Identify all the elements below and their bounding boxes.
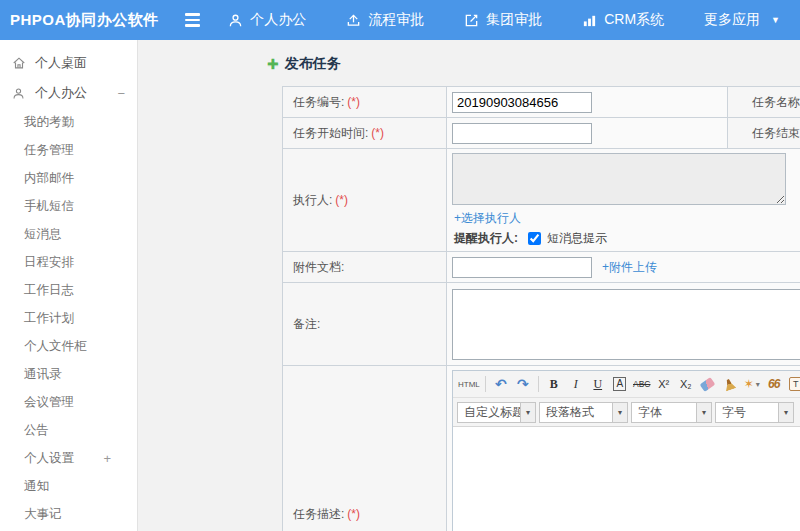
sidebar-item-my-attendance[interactable]: 我的考勤: [0, 108, 137, 136]
nav-group-approval[interactable]: 集团审批: [444, 0, 562, 40]
sidebar-item-work-log[interactable]: 工作日志: [0, 276, 137, 304]
sidebar-item-short-message[interactable]: 短消息: [0, 220, 137, 248]
executor-label: 执行人:(*): [283, 149, 447, 252]
sidebar-item-label: 手机短信: [24, 198, 74, 215]
task-description-label: 任务描述:(*): [283, 366, 447, 531]
dropdown-value: 段落格式: [540, 403, 612, 422]
font-size-dropdown[interactable]: 字号 ▾: [715, 402, 794, 423]
sidebar-item-contacts[interactable]: 通讯录: [0, 360, 137, 388]
custom-title-dropdown[interactable]: 自定义标题 ▾: [457, 402, 536, 423]
undo-button[interactable]: ↶: [491, 374, 511, 394]
required-mark: (*): [347, 507, 360, 521]
sidebar-item-label: 任务管理: [24, 142, 74, 159]
superscript-button[interactable]: X²: [654, 374, 674, 394]
executor-textarea[interactable]: [452, 153, 786, 205]
redo-button[interactable]: ↷: [513, 374, 533, 394]
start-time-input[interactable]: [452, 123, 592, 144]
user-icon: [12, 87, 27, 100]
nav-item-label: 更多应用: [704, 11, 760, 29]
main-content: ✚ 发布任务 任务编号:(*) 任务名称:(*) 任务开始: [138, 40, 800, 531]
sidebar-item-personal-settings[interactable]: 个人设置 +: [0, 444, 137, 472]
end-time-label: 任务结束时间:(*): [728, 118, 800, 149]
sidebar-item-label: 内部邮件: [24, 170, 74, 187]
sidebar-item-label: 个人桌面: [35, 54, 87, 72]
dropdown-value: 字号: [716, 403, 778, 422]
paste-text-button[interactable]: T: [786, 374, 800, 394]
collapse-icon[interactable]: −: [117, 86, 125, 101]
caret-down-icon: ▾: [520, 403, 535, 422]
sidebar-item-label: 会议管理: [24, 394, 74, 411]
sidebar-item-label: 公告: [24, 422, 49, 439]
sidebar-item-notice[interactable]: 通知: [0, 472, 137, 500]
sidebar-item-mobile-sms[interactable]: 手机短信: [0, 192, 137, 220]
page-title: 发布任务: [285, 55, 341, 73]
dropdown-value: 自定义标题: [458, 403, 520, 422]
blockquote-button[interactable]: 66: [764, 374, 784, 394]
remind-executor-label: 提醒执行人:: [454, 230, 518, 247]
table-row: 任务开始时间:(*) 任务结束时间:(*): [283, 118, 800, 149]
underline-button[interactable]: U: [588, 374, 608, 394]
paragraph-format-dropdown[interactable]: 段落格式 ▾: [539, 402, 628, 423]
sidebar-item-label: 通知: [24, 478, 49, 495]
table-row: 附件文档: +附件上传: [283, 252, 800, 283]
editor-toolbar-row1: HTML ↶ ↷ B I U A ABC X² X₂: [453, 371, 800, 398]
page-header: ✚ 发布任务: [138, 40, 800, 86]
font-family-dropdown[interactable]: 字体 ▾: [631, 402, 712, 423]
sidebar-item-work-plan[interactable]: 工作计划: [0, 304, 137, 332]
sidebar-item-label: 我的考勤: [24, 114, 74, 131]
sidebar-item-personal-desktop[interactable]: 个人桌面: [0, 48, 137, 78]
nav-item-label: 流程审批: [368, 11, 424, 29]
task-number-input[interactable]: [452, 92, 592, 113]
sidebar-item-label: 个人设置: [24, 450, 74, 467]
sidebar: 个人桌面 个人办公 − 我的考勤 任务管理 内部邮件 手机短信 短消息 日程安排…: [0, 40, 138, 531]
magic-wand-icon: ✶: [744, 377, 754, 391]
expand-icon[interactable]: +: [103, 451, 111, 466]
eraser-icon: [700, 377, 716, 392]
sidebar-item-personal-office[interactable]: 个人办公 −: [0, 78, 137, 108]
menu-toggle-icon[interactable]: [185, 13, 201, 27]
sms-remind-option-label: 短消息提示: [547, 230, 607, 247]
app-logo: PHPOA协同办公软件: [0, 11, 173, 30]
sidebar-item-label: 个人文件柜: [24, 338, 87, 355]
sidebar-item-memorabilia[interactable]: 大事记: [0, 500, 137, 528]
bold-button[interactable]: B: [544, 374, 564, 394]
font-border-button[interactable]: A: [610, 374, 630, 394]
format-brush-button[interactable]: [720, 374, 740, 394]
sidebar-item-personal-file-cabinet[interactable]: 个人文件柜: [0, 332, 137, 360]
caret-down-icon: ▾: [756, 380, 760, 389]
editor-content-area[interactable]: [453, 427, 800, 531]
nav-item-label: CRM系统: [604, 11, 664, 29]
table-row: 执行人:(*) +选择执行人 提醒执行人: 短消息提示: [283, 149, 800, 252]
task-name-label: 任务名称:(*): [728, 87, 800, 118]
subscript-button[interactable]: X₂: [676, 374, 696, 394]
attachment-upload-link[interactable]: +附件上传: [602, 259, 657, 276]
auto-typeset-button[interactable]: ✶ ▾: [742, 374, 762, 394]
caret-down-icon: ▾: [612, 403, 627, 422]
remark-label: 备注:: [283, 283, 447, 366]
sidebar-item-schedule[interactable]: 日程安排: [0, 248, 137, 276]
nav-personal-office[interactable]: 个人办公: [208, 0, 326, 40]
sidebar-item-announcement[interactable]: 公告: [0, 416, 137, 444]
sidebar-item-label: 个人办公: [35, 84, 87, 102]
home-icon: [12, 56, 27, 70]
nav-workflow-approval[interactable]: 流程审批: [326, 0, 444, 40]
sidebar-item-internal-mail[interactable]: 内部邮件: [0, 164, 137, 192]
select-executor-link[interactable]: +选择执行人: [454, 210, 800, 227]
attachment-input[interactable]: [452, 257, 592, 278]
strikethrough-button[interactable]: ABC: [632, 374, 652, 394]
source-code-button[interactable]: HTML: [458, 374, 480, 394]
nav-more-apps[interactable]: 更多应用 ▼: [684, 0, 800, 40]
rich-text-editor: HTML ↶ ↷ B I U A ABC X² X₂: [452, 370, 800, 531]
italic-button[interactable]: I: [566, 374, 586, 394]
remark-textarea[interactable]: [452, 289, 800, 360]
sidebar-item-meeting-management[interactable]: 会议管理: [0, 388, 137, 416]
nav-item-label: 集团审批: [486, 11, 542, 29]
sms-remind-checkbox[interactable]: [528, 232, 541, 245]
sidebar-item-label: 工作计划: [24, 310, 74, 327]
task-number-label: 任务编号:(*): [283, 87, 447, 118]
table-row: 备注:: [283, 283, 800, 366]
nav-crm-system[interactable]: CRM系统: [562, 0, 684, 40]
caret-down-icon: ▾: [696, 403, 711, 422]
sidebar-item-task-management[interactable]: 任务管理: [0, 136, 137, 164]
remove-format-button[interactable]: [698, 374, 718, 394]
